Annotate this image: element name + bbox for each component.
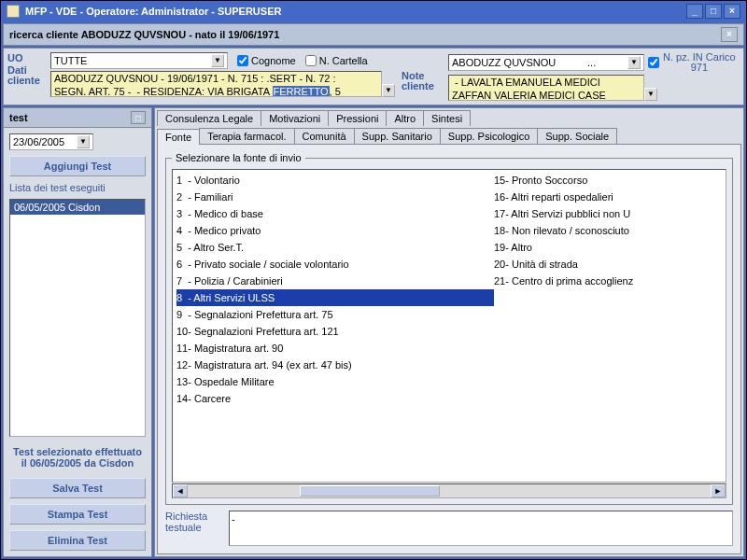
uo-label: UO xyxy=(7,52,45,63)
npz-checkbox[interactable] xyxy=(648,57,659,68)
list-item[interactable]: 18- Non rilevato / sconosciuto xyxy=(494,222,722,239)
tab-terapia-farmacol-[interactable]: Terapia farmacol. xyxy=(199,128,294,144)
tabs-row-1: Consulenza LegaleMotivazioniPressioniAlt… xyxy=(155,108,743,126)
delete-test-button[interactable]: Elimina Test xyxy=(9,530,146,551)
left-panel-toggle[interactable]: □ xyxy=(131,111,146,124)
list-item[interactable]: 14- Carcere xyxy=(176,390,494,407)
tab-altro[interactable]: Altro xyxy=(386,110,424,126)
list-item[interactable]: 3 - Medico di base xyxy=(176,205,494,222)
app-window: MFP - VDE - Operatore: Administrator - S… xyxy=(0,0,747,560)
right-panel: Consulenza LegaleMotivazioniPressioniAlt… xyxy=(154,107,744,557)
client-bar-text: ricerca cliente ABODUZZ QUVSNOU - nato i… xyxy=(9,29,279,40)
npz-label: N. pz. IN Carico971 xyxy=(663,52,736,73)
request-label: Richiesta testuale xyxy=(165,511,221,533)
ncartella-checkbox[interactable]: N. Cartella xyxy=(305,55,368,66)
list-item[interactable]: 11- Magistratura art. 90 xyxy=(176,340,494,357)
left-panel: test □ 23/06/2005 ▼ Aggiungi Test Lista … xyxy=(3,107,152,557)
list-item[interactable]: 8 - Altri Servizi ULSS xyxy=(176,289,494,306)
tab-comunit-[interactable]: Comunità xyxy=(294,128,355,144)
tab-content: Selezionare la fonte di invio 1 - Volont… xyxy=(157,144,741,554)
list-item[interactable]: 5 - Altro Ser.T. xyxy=(176,239,494,256)
scroll-right-icon[interactable]: ► xyxy=(711,484,726,497)
tab-supp-sociale[interactable]: Supp. Sociale xyxy=(537,128,617,144)
list-item[interactable]: 7 - Polizia / Carabinieri xyxy=(176,273,494,289)
client-bar: ricerca cliente ABODUZZ QUVSNOU - nato i… xyxy=(3,23,744,46)
tab-supp-sanitario[interactable]: Supp. Sanitario xyxy=(354,128,441,144)
chevron-down-icon: ▼ xyxy=(77,135,90,148)
window-title: MFP - VDE - Operatore: Administrator - S… xyxy=(25,6,281,17)
list-item[interactable]: 9 - Segnalazioni Prefettura art. 75 xyxy=(176,306,494,323)
tabs-row-2: FonteTerapia farmacol.ComunitàSupp. Sani… xyxy=(155,126,743,144)
tab-motivazioni[interactable]: Motivazioni xyxy=(261,110,329,126)
maximize-button[interactable]: □ xyxy=(705,4,722,19)
note-cliente-box[interactable]: - LAVALTA EMANUELA MEDICI ZAFFAN VALERIA… xyxy=(448,75,644,101)
titlebar: MFP - VDE - Operatore: Administrator - S… xyxy=(1,1,746,21)
save-test-button[interactable]: Salva Test xyxy=(9,478,146,498)
test-list[interactable]: 06/05/2005 Cisdon xyxy=(9,199,146,437)
tab-sintesi[interactable]: Sintesi xyxy=(423,110,471,126)
horizontal-scrollbar[interactable]: ◄ ► xyxy=(172,483,726,498)
list-item[interactable]: 13- Ospedale Militare xyxy=(176,373,494,390)
fonte-listbox[interactable]: 1 - Volontario2 - Familiari3 - Medico di… xyxy=(172,169,726,483)
scroll-thumb[interactable] xyxy=(300,485,440,497)
list-item[interactable]: 4 - Medico privato xyxy=(176,222,494,239)
test-date-select[interactable]: 23/06/2005 ▼ xyxy=(9,133,93,150)
note-label: Note cliente xyxy=(402,71,439,91)
tab-pressioni[interactable]: Pressioni xyxy=(328,110,387,126)
chevron-down-icon: ▼ xyxy=(211,54,224,67)
dati-scroll-down[interactable]: ▼ xyxy=(382,84,395,97)
tab-supp-psicologico[interactable]: Supp. Psicologico xyxy=(440,128,538,144)
list-item[interactable]: 2 - Familiari xyxy=(176,189,494,205)
client-select[interactable]: ABODUZZ QUVSNOU ... ▼ xyxy=(448,54,644,71)
fieldset-legend: Selezionare la fonte di invio xyxy=(172,152,305,163)
list-item[interactable]: 20- Unità di strada xyxy=(494,256,722,273)
client-bar-close[interactable]: × xyxy=(721,27,738,42)
close-button[interactable]: × xyxy=(724,4,740,19)
chevron-down-icon: ▼ xyxy=(627,56,641,69)
app-icon xyxy=(7,5,20,18)
request-textbox[interactable]: - xyxy=(229,511,733,546)
test-list-item[interactable]: 06/05/2005 Cisdon xyxy=(10,200,145,215)
left-panel-title: test □ xyxy=(4,108,151,128)
cognome-checkbox[interactable]: Cognome xyxy=(237,55,296,66)
test-status: Test selezionato effettuato il 06/05/200… xyxy=(9,442,146,472)
filter-area: UO Dati cliente TUTTE ▼ Cognome N. Carte… xyxy=(3,48,744,105)
list-item[interactable]: 16- Altri reparti ospedalieri xyxy=(494,189,722,205)
scroll-left-icon[interactable]: ◄ xyxy=(173,484,188,497)
dati-cliente-box[interactable]: ABODUZZ QUVSNOU - 19/06/1971 - N. 715 : … xyxy=(50,71,382,97)
add-test-button[interactable]: Aggiungi Test xyxy=(9,156,146,176)
list-item[interactable]: 15- Pronto Soccorso xyxy=(494,172,722,189)
tab-consulenza-legale[interactable]: Consulenza Legale xyxy=(157,110,261,126)
dati-label: Dati cliente xyxy=(7,65,45,86)
print-test-button[interactable]: Stampa Test xyxy=(9,504,146,525)
list-item[interactable]: 12- Magistratura art. 94 (ex art. 47 bis… xyxy=(176,357,494,373)
list-item[interactable]: 6 - Privato sociale / sociale volontario xyxy=(176,256,494,273)
list-item[interactable]: 10- Segnalazioni Prefettura art. 121 xyxy=(176,323,494,340)
fonte-fieldset: Selezionare la fonte di invio 1 - Volont… xyxy=(165,152,733,505)
list-item[interactable]: 21- Centro di prima accoglienz xyxy=(494,273,722,289)
uo-select[interactable]: TUTTE ▼ xyxy=(50,52,228,69)
test-list-label: Lista dei test eseguiti xyxy=(9,182,146,193)
minimize-button[interactable]: _ xyxy=(686,4,703,19)
list-item[interactable]: 17- Altri Servizi pubblici non U xyxy=(494,205,722,222)
tab-fonte[interactable]: Fonte xyxy=(157,129,200,145)
note-scroll-down[interactable]: ▼ xyxy=(644,88,657,101)
list-item[interactable]: 19- Altro xyxy=(494,239,722,256)
list-item[interactable]: 1 - Volontario xyxy=(176,172,494,189)
